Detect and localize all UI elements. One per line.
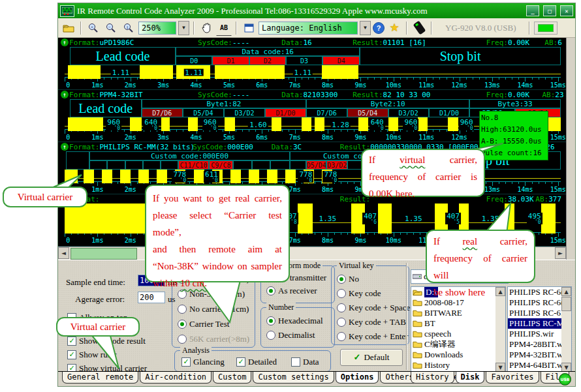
byte-span-cell: Byte2:10: [306, 99, 469, 108]
average-error-input[interactable]: [138, 292, 165, 303]
scroll-down-icon[interactable]: ▼: [495, 363, 505, 372]
file-item[interactable]: PHILIPS RC-MM(32 bits).wir: [508, 318, 561, 329]
virtual-key-radio[interactable]: Key code + Enter: [337, 331, 408, 341]
ruler-tick: [420, 233, 420, 235]
folder-item[interactable]: BITWARE: [411, 308, 505, 318]
open-file-button[interactable]: [61, 20, 76, 36]
tab-air-condition[interactable]: Air-condition: [140, 372, 212, 384]
language-select[interactable]: Language: English: [259, 22, 358, 35]
virtual-key-radio[interactable]: Key code + Space: [337, 303, 410, 312]
language-dropdown-icon[interactable]: ▼: [360, 21, 371, 35]
ruler-tick: [479, 78, 480, 80]
ruler-tick: [439, 130, 440, 132]
ruler-label: 13ms: [484, 186, 500, 193]
close-button[interactable]: ✕: [560, 5, 573, 16]
number-radio[interactable]: Decimalist: [266, 330, 315, 340]
tab-favorites[interactable]: Favorites: [486, 372, 539, 384]
bit-cell: [125, 160, 143, 170]
virtual-key-radio[interactable]: Key code + TAB: [337, 317, 406, 327]
tab-options[interactable]: Options: [336, 372, 379, 384]
ruler-tick: [539, 182, 539, 184]
file-item[interactable]: PHILIPS.wir: [508, 329, 561, 339]
ruler-tick: [413, 233, 414, 235]
ruler-label: 11ms: [418, 134, 434, 141]
ruler-tick: [124, 130, 125, 132]
ruler-tick: [315, 233, 315, 235]
row-expand-icon[interactable]: ↑: [61, 91, 69, 98]
minimize-button[interactable]: _: [526, 5, 539, 16]
pulse-block: [161, 117, 170, 131]
ruler-tick: [223, 130, 223, 132]
bubble-text-line: frequency of carrier will: [427, 250, 534, 284]
scroll-up-icon[interactable]: ▲: [561, 287, 571, 296]
number-group: Number HexadecimalDecimalist: [260, 307, 335, 348]
zoom-level-dropdown-icon[interactable]: ▼: [178, 21, 189, 35]
ruler-label: 9ms: [354, 237, 366, 244]
scroll-right-icon[interactable]: ►: [555, 247, 566, 259]
duration-label: 407'5: [445, 213, 461, 224]
folder-item[interactable]: History: [411, 360, 505, 370]
virtual-key-radio[interactable]: No: [337, 274, 359, 284]
zoom-level-select[interactable]: 250%: [138, 22, 176, 35]
tab-history[interactable]: History: [411, 372, 454, 384]
tab-custom[interactable]: Custom: [213, 372, 251, 384]
duration-label: 960'0: [106, 119, 121, 130]
maximize-button[interactable]: □: [543, 5, 556, 16]
info-item: Freq:0.00K: [486, 38, 529, 47]
file-scrollbar-thumb[interactable]: [561, 297, 571, 311]
ruler-tick: [466, 78, 467, 80]
pulse-block: [358, 117, 368, 131]
ruler-tick: [532, 78, 533, 80]
help-icon[interactable]: ?: [373, 22, 385, 34]
ruler-tick: [539, 233, 539, 235]
bit-cell: D0: [176, 56, 212, 65]
pulse-block: [194, 170, 204, 183]
scroll-down-icon[interactable]: ▼: [561, 363, 571, 372]
ruler-tick: [176, 130, 177, 132]
row-info-line: ↑Format:PPM4-32BITSysCode:----Data:82103…: [58, 90, 566, 99]
ruler-label: 0: [66, 134, 70, 141]
ab-measure-button[interactable]: AB: [216, 20, 232, 36]
number-radio[interactable]: Hexadecimal: [266, 316, 323, 325]
folder-item[interactable]: C编译器: [411, 339, 505, 350]
folder-item[interactable]: cspeech: [411, 329, 505, 339]
ruler-tick: [282, 182, 283, 184]
file-item[interactable]: PPM4-28BIT.wir: [508, 339, 561, 350]
waveform-row-1[interactable]: ↑Format:uPD1986CSysCode:----Data:16Resul…: [58, 38, 566, 90]
pulse-block: [157, 170, 167, 183]
ruler-label: 1ms: [91, 237, 103, 244]
duration-label: 495'0: [527, 213, 542, 224]
virtual-freq-hint-bubble: If virtual carrier,frequency of carrier …: [361, 149, 485, 197]
favorites-star-icon[interactable]: ★: [386, 20, 402, 36]
file-item[interactable]: PHILIPS RC-6.wir: [508, 308, 561, 318]
carrier-radio[interactable]: 56K carrier(>8m): [178, 334, 249, 344]
ruler-tick: [334, 233, 335, 235]
analysis-checkbox[interactable]: ✓Detailed: [236, 357, 277, 367]
file-item[interactable]: PPM4-64BIT.wir: [508, 360, 561, 370]
zoom-in-button[interactable]: +: [86, 20, 101, 36]
folder-item[interactable]: Downloads: [411, 350, 505, 360]
remote-control-icon[interactable]: [411, 20, 427, 36]
tab-disk[interactable]: Disk: [456, 372, 485, 384]
ruler-tick: [518, 182, 519, 184]
ruler-label: 1ms: [91, 134, 103, 141]
ruler-tick: [137, 78, 138, 80]
scroll-left-icon[interactable]: ◄: [58, 247, 69, 259]
zoom-100-button[interactable]: 1: [121, 20, 136, 36]
bit-cell: D1/D0: [265, 108, 306, 117]
row-expand-icon[interactable]: ↑: [61, 38, 69, 46]
scrollbar-thumb[interactable]: [71, 248, 137, 260]
analysis-checkbox[interactable]: ✓Glancing: [181, 357, 225, 367]
pan-hand-button[interactable]: [198, 20, 214, 36]
row-expand-icon[interactable]: ↑: [61, 143, 69, 151]
tab-custom-settings[interactable]: Custom settings: [253, 372, 334, 384]
zoom-out-button[interactable]: −: [103, 20, 119, 36]
window-layout-button[interactable]: [241, 20, 257, 36]
folder-item[interactable]: BT: [411, 318, 505, 329]
file-item[interactable]: PPM4-32BIT.wir: [508, 350, 561, 360]
default-button[interactable]: ✓ Default: [340, 349, 403, 366]
file-scrollbar[interactable]: ▲ ▼: [561, 287, 571, 372]
analysis-checkbox[interactable]: Data: [291, 357, 319, 367]
duration-label: 778'0: [322, 171, 338, 183]
virtual-key-radio[interactable]: Key code: [337, 288, 381, 298]
